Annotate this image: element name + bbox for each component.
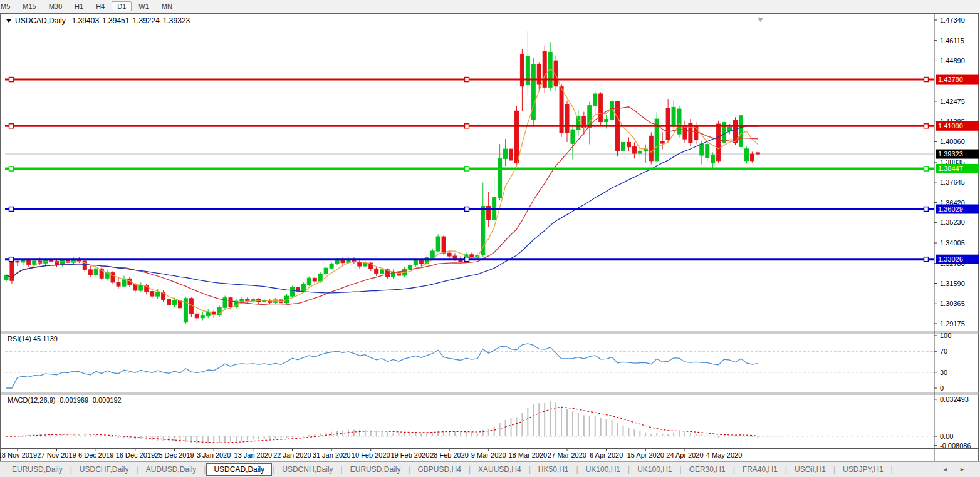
price-label-text: 1.43780	[938, 76, 963, 83]
macd-indicator-label: MACD(12,26,9) -0.001969 -0.000192	[8, 396, 122, 404]
timeframe-button-m30[interactable]: M30	[43, 1, 68, 11]
line-handle	[924, 167, 929, 171]
candle-body	[599, 94, 603, 122]
candle-body	[307, 278, 311, 284]
chart-tab-fra40-h1[interactable]: FRA40,H1	[736, 463, 785, 476]
line-handle	[924, 78, 929, 82]
candle-body	[436, 237, 440, 251]
rsi-tick-label: 100	[940, 332, 951, 339]
chart-tab-gbpusd-h4[interactable]: GBPUSD,H4	[411, 463, 468, 476]
tab-divider: |	[529, 465, 531, 474]
rsi-indicator-label: RSI(14) 45.1139	[8, 335, 58, 342]
line-handle	[924, 257, 929, 262]
line-handle	[9, 124, 14, 128]
chart-tab-usdchf-daily[interactable]: USDCHF,Daily	[73, 463, 136, 476]
macd-tick-label: -0.008086	[940, 442, 971, 449]
tab-divider: |	[137, 465, 138, 474]
candle-body	[133, 284, 137, 290]
chart-tab-usdcad-daily[interactable]: USDCAD,Daily	[206, 463, 272, 476]
line-handle	[465, 207, 469, 212]
tab-scroll-arrows[interactable]: ◄ ►	[942, 466, 970, 473]
chart-tab-eurusd-daily[interactable]: EURUSD,Daily	[343, 463, 408, 476]
macd-tick-label: 0.00	[940, 433, 953, 440]
tab-divider: |	[833, 465, 835, 474]
candle-body	[649, 136, 653, 161]
candle-body	[150, 292, 154, 296]
chart-tabbar: EURUSD,Daily|USDCHF,Daily|AUDUSD,Daily|U…	[0, 461, 980, 477]
candle-body	[548, 52, 552, 87]
price-label-text: 1.41000	[938, 122, 963, 130]
candle-body	[408, 265, 412, 269]
timeframe-button-mn[interactable]: MN	[156, 1, 178, 11]
candle-body	[246, 299, 249, 301]
candle-body	[627, 142, 630, 146]
tab-divider: |	[70, 465, 72, 474]
chart-tab-eurusd-daily[interactable]: EURUSD,Daily	[5, 463, 70, 476]
line-handle	[924, 124, 929, 128]
line-handle	[465, 124, 469, 128]
candle-body	[430, 251, 434, 258]
chart-tab-usdjpy-h1[interactable]: USDJPY,H1	[836, 463, 890, 476]
tab-divider: |	[680, 465, 682, 474]
hline-price-label: 1.43780	[936, 75, 979, 85]
current-price-label: 1.39323	[936, 150, 979, 159]
timeframe-button-h4[interactable]: H4	[90, 1, 110, 11]
timeframe-button-w1[interactable]: W1	[133, 1, 155, 11]
hline-1.36029[interactable]	[5, 207, 934, 212]
candle-body	[728, 127, 732, 130]
candle-body	[167, 299, 171, 304]
rsi-tick-label: 70	[940, 347, 947, 355]
line-handle	[465, 78, 469, 82]
price-label-text: 1.33026	[938, 255, 963, 263]
candle-body	[88, 270, 92, 275]
price-label-text: 1.38447	[938, 165, 963, 172]
candle-body	[335, 260, 339, 264]
date-axis: 18 Nov 201927 Nov 20196 Dec 201916 Dec 2…	[0, 449, 742, 459]
candle-body	[565, 105, 569, 133]
price-tick-label: 1.42475	[940, 98, 965, 105]
candle-body	[330, 264, 333, 268]
hline-1.43780[interactable]	[5, 78, 934, 82]
timeframe-button-m5[interactable]: M5	[0, 1, 16, 11]
candle-body	[706, 145, 709, 158]
chart-tab-uk100-h1[interactable]: UK100,H1	[630, 463, 679, 476]
chart-tab-hk50-h1[interactable]: HK50,H1	[531, 463, 576, 476]
chart-tab-audusd-daily[interactable]: AUDUSD,Daily	[139, 463, 204, 476]
price-tick-label: 1.31590	[940, 280, 965, 287]
line-handle	[465, 167, 469, 171]
date-tick-label: 25 Dec 2019	[155, 451, 194, 459]
date-tick-label: 28 Feb 2020	[430, 451, 469, 459]
line-handle	[465, 257, 469, 262]
chart-tab-uk100-h1[interactable]: UK100,H1	[579, 463, 627, 476]
ma-fast-line	[6, 69, 758, 315]
hline-1.38447[interactable]	[5, 167, 934, 171]
timeframe-button-m15[interactable]: M15	[17, 1, 41, 11]
chart-canvas[interactable]: 1.473401.461151.448901.424751.412851.400…	[0, 0, 980, 477]
candle-body	[447, 253, 451, 256]
price-tick-label: 1.47340	[940, 16, 965, 24]
ma-mid-line	[6, 107, 758, 305]
line-handle	[924, 207, 929, 212]
candle-body	[576, 116, 580, 130]
hline-1.41000[interactable]	[5, 124, 934, 128]
candle-body	[375, 269, 378, 273]
candle-body	[290, 287, 294, 296]
date-tick-label: 16 Dec 2019	[116, 451, 155, 459]
tab-divider: |	[733, 465, 735, 474]
chart-tab-usdcnh-daily[interactable]: USDCNH,Daily	[275, 463, 340, 476]
candle-body	[33, 261, 36, 264]
price-label-text: 1.36029	[938, 205, 963, 213]
price-tick-label: 1.29175	[940, 320, 965, 327]
rsi-tick-label: 30	[940, 369, 947, 376]
candle-body	[156, 292, 160, 296]
date-tick-label: 27 Nov 2019	[37, 451, 76, 459]
hline-1.33026[interactable]	[5, 257, 934, 262]
timeframe-button-d1[interactable]: D1	[112, 1, 132, 11]
candle-body	[16, 262, 19, 262]
chart-menu-icon[interactable]	[6, 19, 11, 23]
price-tick-label: 1.40060	[940, 138, 965, 145]
timeframe-button-h1[interactable]: H1	[69, 1, 89, 11]
chart-tab-usoil-h1[interactable]: USOil,H1	[788, 463, 833, 476]
chart-tab-xauusd-h4[interactable]: XAUUSD,H4	[471, 463, 528, 476]
chart-tab-ger30-h1[interactable]: GER30,H1	[682, 463, 732, 476]
